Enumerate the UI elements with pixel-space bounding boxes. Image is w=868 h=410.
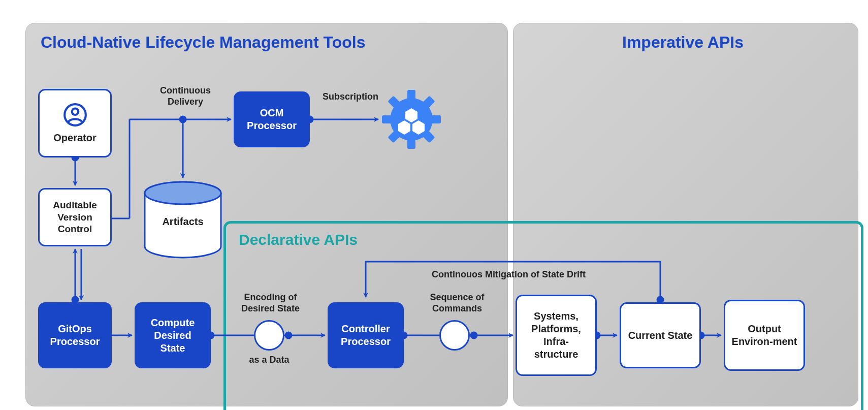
node-avc-label: Auditable Version Control	[45, 199, 105, 235]
node-sequence-circle	[439, 320, 470, 351]
node-artifacts-label: Artifacts	[142, 216, 223, 228]
label-mitigation: Continouos Mitigation of State Drift	[432, 269, 615, 280]
panel-title-declarative: Declarative APIs	[239, 231, 358, 248]
node-ocm-label: OCM Processor	[240, 107, 303, 132]
label-continuous-delivery: Continuous Delivery	[150, 85, 221, 107]
node-controller: Controller Processor	[328, 302, 404, 368]
node-compute-label: Compute Desired State	[141, 317, 204, 355]
node-gitops-label: GitOps Processor	[45, 323, 105, 348]
label-encoding-bottom: as a Data	[244, 355, 295, 366]
node-systems-label: Systems, Platforms, Infra-structure	[522, 310, 590, 361]
node-output: Output Environ-ment	[724, 300, 805, 371]
node-compute: Compute Desired State	[135, 302, 211, 368]
label-encoding-top: Encoding of Desired State	[236, 292, 305, 314]
node-operator-label: Operator	[53, 132, 96, 144]
node-systems: Systems, Platforms, Infra-structure	[516, 295, 597, 376]
node-operator: Operator	[38, 89, 112, 157]
svg-point-28	[72, 109, 78, 115]
node-current-label: Current State	[628, 329, 693, 342]
panel-title-cloud-native: Cloud-Native Lifecycle Management Tools	[41, 33, 366, 52]
svg-point-30	[145, 182, 221, 204]
node-output-label: Output Environ-ment	[730, 323, 798, 348]
node-ocm: OCM Processor	[234, 91, 310, 147]
node-controller-label: Controller Processor	[334, 323, 397, 348]
user-icon	[62, 102, 88, 128]
diagram-canvas: Cloud-Native Lifecycle Management Tools …	[10, 10, 868, 410]
panel-title-imperative: Imperative APIs	[622, 33, 744, 52]
node-avc: Auditable Version Control	[38, 188, 112, 246]
node-encoding-circle	[254, 320, 284, 351]
node-current: Current State	[620, 302, 701, 368]
label-subscription: Subscription	[315, 91, 386, 103]
label-sequence: Sequence of Commands	[422, 292, 493, 314]
node-gitops: GitOps Processor	[38, 302, 112, 368]
gear-icon	[381, 89, 442, 150]
node-artifacts: Artifacts	[142, 180, 223, 259]
